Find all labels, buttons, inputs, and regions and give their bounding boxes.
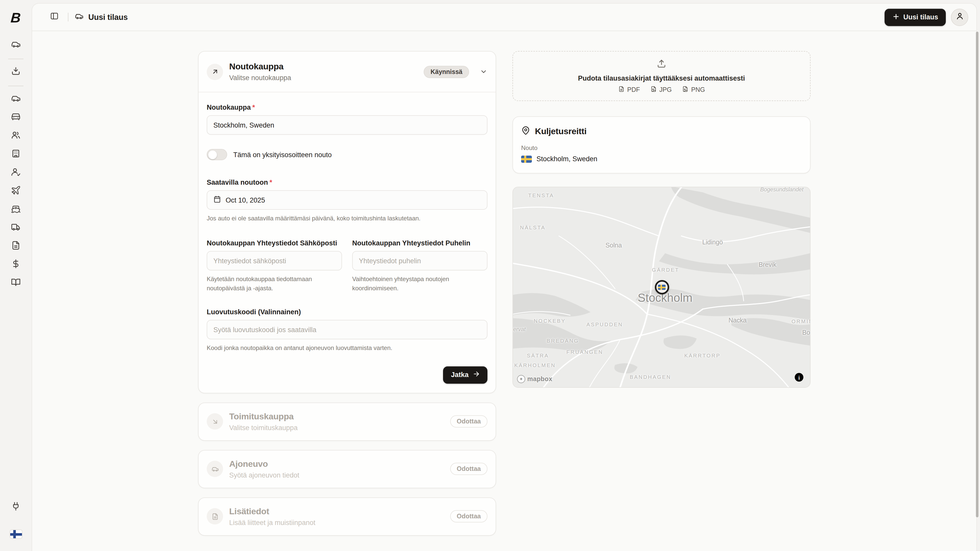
- sidebar-item-documents[interactable]: [6, 237, 25, 256]
- sidebar-item-drivers[interactable]: [6, 164, 25, 182]
- private-pickup-toggle[interactable]: [207, 149, 227, 160]
- van-icon: [11, 39, 21, 52]
- page-title: Uusi tilaus: [88, 13, 128, 22]
- sidebar-item-guide[interactable]: [6, 274, 25, 292]
- continue-button[interactable]: Jatka: [443, 366, 487, 383]
- release-code-label: Luovutuskoodi (Valinnainen): [207, 308, 487, 316]
- pickup-shop-label: Noutokauppa*: [207, 103, 487, 111]
- topbar-divider: [68, 13, 68, 21]
- route-map[interactable]: TENSTANÄLSTASolnaLidingöGÄRDETBrevikBoge…: [512, 187, 811, 388]
- pickup-date-label: Saatavilla noutoon*: [207, 179, 487, 186]
- pickup-phone-help: Vaihtoehtoinen yhteystapa noutojen koord…: [352, 275, 487, 293]
- pickup-card-header[interactable]: Noutokauppa Valitse noutokauppa Käynniss…: [199, 52, 496, 92]
- ship-icon: [11, 203, 21, 216]
- sidebar-item-vans[interactable]: [6, 90, 25, 109]
- users-icon: [11, 130, 21, 142]
- rail-divider: [8, 86, 24, 86]
- status-badge: Odottaa: [450, 463, 487, 475]
- file-text-icon: [11, 240, 21, 252]
- breadcrumb: Uusi tilaus: [75, 11, 128, 23]
- content-area: Noutokauppa Valitse noutokauppa Käynniss…: [32, 31, 977, 551]
- building-icon: [11, 148, 21, 161]
- map-info-button[interactable]: i: [795, 373, 803, 382]
- book-open-icon: [11, 277, 21, 289]
- private-pickup-toggle-label: Tämä on yksityisosoitteen nouto: [233, 151, 332, 159]
- pickup-email-field-group: Noutokauppan Yhteystiedot Sähköposti Käy…: [207, 240, 342, 293]
- sidebar-item-sea[interactable]: [6, 200, 25, 219]
- arrow-up-right-icon: [207, 64, 223, 80]
- pickup-email-input[interactable]: [207, 251, 342, 271]
- user-check-icon: [11, 167, 21, 179]
- details-step-card[interactable]: Lisätiedot Lisää liitteet ja muistiinpan…: [198, 497, 496, 535]
- summary-column: Pudota tilausasiakirjat täyttääksesi aut…: [512, 51, 811, 388]
- main-panel: Uusi tilaus Uusi tilaus: [32, 3, 977, 551]
- delivery-card-subtitle: Valitse toimituskauppa: [229, 424, 444, 431]
- release-code-input[interactable]: [207, 320, 487, 339]
- pickup-step-card: Noutokauppa Valitse noutokauppa Käynniss…: [198, 51, 496, 393]
- sidebar-item-customers[interactable]: [6, 127, 25, 145]
- language-switch-finland-flag[interactable]: [10, 530, 22, 538]
- sidebar-item-companies[interactable]: [6, 145, 25, 164]
- car-front-icon: [11, 112, 21, 124]
- plus-icon: [892, 13, 900, 22]
- sidebar-rail: B: [0, 0, 32, 551]
- pickup-shop-input[interactable]: [207, 115, 487, 135]
- user-icon: [955, 12, 964, 22]
- order-steps-column: Noutokauppa Valitse noutokauppa Käynniss…: [198, 51, 496, 551]
- document-dropzone[interactable]: Pudota tilausasiakirjat täyttääksesi aut…: [512, 51, 811, 101]
- sidebar-item-trucks[interactable]: [6, 219, 25, 237]
- mapbox-logo[interactable]: ✦ mapbox: [517, 375, 552, 383]
- van-icon: [11, 94, 21, 106]
- sidebar-toggle-button[interactable]: [46, 10, 62, 25]
- sidebar-item-imports[interactable]: [6, 63, 25, 82]
- user-menu-button[interactable]: [951, 8, 968, 26]
- panel-left-icon: [50, 12, 59, 22]
- route-card: Kuljetusreitti Nouto Stockholm, Sweden: [512, 116, 811, 173]
- truck-icon: [11, 222, 21, 234]
- van-icon: [207, 461, 223, 477]
- sidebar-item-orders[interactable]: [6, 36, 25, 55]
- status-badge: Käynnissä: [424, 65, 469, 78]
- dollar-icon: [11, 259, 21, 271]
- arrow-right-icon: [473, 370, 480, 379]
- details-card-subtitle: Lisää liitteet ja muistiinpanot: [229, 519, 444, 526]
- sidebar-item-cars[interactable]: [6, 109, 25, 127]
- release-code-help: Koodi jonka noutopaikka on antanut ajone…: [207, 344, 487, 353]
- sidebar-item-billing[interactable]: [6, 256, 25, 274]
- pickup-card-title: Noutokauppa: [229, 62, 418, 72]
- required-mark: *: [269, 179, 272, 186]
- pickup-email-help: Käytetään noutokauppaa tiedottamaan nout…: [207, 275, 342, 293]
- topbar: Uusi tilaus Uusi tilaus: [32, 3, 977, 31]
- arrow-down-right-icon: [207, 413, 223, 430]
- rail-divider: [8, 59, 24, 59]
- format-jpg: JPG: [650, 86, 672, 94]
- pickup-date-picker-button[interactable]: Oct 10, 2025: [207, 190, 487, 210]
- calendar-icon: [213, 195, 221, 205]
- file-text-icon: [207, 508, 223, 524]
- delivery-step-card[interactable]: Toimituskauppa Valitse toimituskauppa Od…: [198, 402, 496, 441]
- sidebar-item-integrations[interactable]: [6, 498, 25, 516]
- pickup-phone-label: Noutokauppan Yhteystiedot Puhelin: [352, 240, 487, 247]
- delivery-card-title: Toimituskauppa: [229, 411, 444, 422]
- vehicle-step-card[interactable]: Ajoneuvo Syötä ajoneuvon tiedot Odottaa: [198, 450, 496, 488]
- pickup-map-marker[interactable]: [655, 280, 669, 294]
- page-scrollbar[interactable]: [976, 32, 978, 517]
- new-order-button[interactable]: Uusi tilaus: [884, 8, 946, 26]
- sweden-flag-icon: [658, 285, 666, 290]
- file-text-icon: [618, 86, 625, 94]
- route-pickup-value: Stockholm, Sweden: [536, 155, 597, 163]
- map-pin-icon: [521, 126, 530, 137]
- file-image-icon: [650, 86, 657, 94]
- pickup-code-field-group: Luovutuskoodi (Valinnainen) Koodi jonka …: [207, 308, 487, 353]
- brand-logo[interactable]: B: [11, 11, 21, 25]
- download-tray-icon: [11, 66, 21, 79]
- required-mark: *: [252, 103, 255, 111]
- app-root: B: [0, 0, 980, 551]
- status-badge: Odottaa: [450, 415, 487, 427]
- vehicle-card-subtitle: Syötä ajoneuvon tiedot: [229, 471, 444, 479]
- chevron-down-icon[interactable]: [480, 68, 487, 76]
- sidebar-item-air[interactable]: [6, 182, 25, 200]
- pickup-date-value: Oct 10, 2025: [226, 196, 265, 204]
- plug-icon: [11, 501, 21, 513]
- pickup-phone-input[interactable]: [352, 251, 487, 271]
